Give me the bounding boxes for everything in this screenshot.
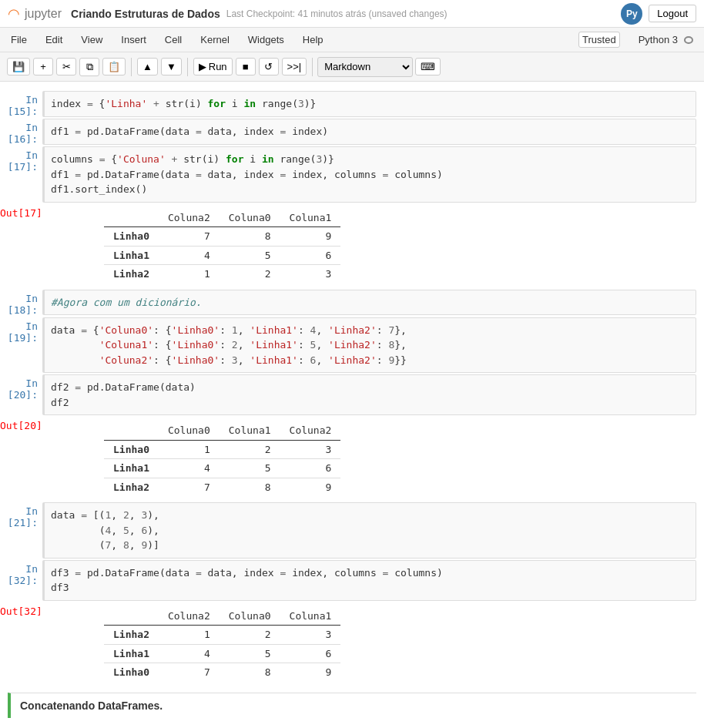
- table-header-coluna0: Coluna0: [220, 209, 280, 227]
- menubar: File Edit View Insert Cell Kernel Widget…: [0, 28, 704, 52]
- cell-code-in16[interactable]: df1 = pd.DataFrame(data = data, index = …: [42, 119, 696, 145]
- menu-file[interactable]: File: [8, 32, 30, 47]
- cell-code-in19[interactable]: data = {'Coluna0': {'Linha0': 1, 'Linha1…: [42, 317, 696, 374]
- cell-code-in21[interactable]: data = [(1, 2, 3), (4, 5, 6), (7, 8, 9)]: [42, 502, 696, 559]
- table-row: Linha0 1 2 3: [104, 440, 340, 459]
- toolbar-separator-1: [131, 58, 132, 76]
- cell-value: 1: [159, 440, 220, 459]
- table-header-coluna1: Coluna1: [280, 607, 341, 626]
- cell-value: 6: [280, 644, 341, 663]
- restart-run-button[interactable]: >>|: [282, 58, 307, 75]
- menu-help[interactable]: Help: [300, 32, 327, 47]
- cell-value: 8: [220, 478, 280, 496]
- cell-value: 8: [220, 227, 280, 247]
- topbar: ◠ jupyter Criando Estruturas de Dados La…: [0, 0, 704, 28]
- restart-button[interactable]: ↺: [259, 58, 279, 75]
- logout-button[interactable]: Logout: [649, 5, 696, 22]
- menu-view[interactable]: View: [78, 32, 106, 47]
- kernel-status-dot: [684, 36, 693, 44]
- jupyter-logo-icon: ◠: [8, 5, 20, 22]
- notebook: In [15]: index = {'Linha' + str(i) for i…: [0, 82, 704, 728]
- paste-button[interactable]: 📋: [102, 58, 126, 75]
- cell-label-out17: Out[17]:: [0, 204, 42, 219]
- cell-value: 1: [159, 626, 220, 645]
- cell-code-in20[interactable]: df2 = pd.DataFrame(data) df2: [42, 374, 696, 415]
- row-label: Linha2: [104, 265, 159, 283]
- cut-button[interactable]: ✂: [56, 58, 76, 75]
- table-header-coluna0: Coluna0: [159, 421, 220, 440]
- menu-edit[interactable]: Edit: [42, 32, 65, 47]
- trusted-badge: Trusted: [578, 32, 620, 48]
- table-row: Linha2 1 2 3: [104, 265, 340, 283]
- table-row: Linha1 4 5 6: [104, 644, 340, 663]
- cell-out20: Out[20]: Coluna0 Coluna1 Coluna2 Linha0 …: [0, 417, 704, 501]
- save-button[interactable]: 💾: [7, 58, 30, 75]
- section-divider: Concatenando DataFrames.: [8, 693, 696, 718]
- notebook-title[interactable]: Criando Estruturas de Dados: [71, 8, 220, 20]
- toolbar: 💾 + ✂ ⧉ 📋 ▲ ▼ ▶ Run ■ ↺ >>| Markdown Cod…: [0, 52, 704, 82]
- cell-value: 4: [159, 246, 220, 265]
- kernel-info: Python 3: [632, 31, 696, 49]
- cell-value: 7: [159, 227, 220, 247]
- table-header-coluna1: Coluna1: [280, 209, 341, 227]
- cell-in15: In [15]: index = {'Linha' + str(i) for i…: [0, 91, 704, 117]
- cell-code-in15[interactable]: index = {'Linha' + str(i) for i in range…: [42, 91, 696, 117]
- cell-value: 7: [159, 663, 220, 682]
- row-label: Linha1: [104, 644, 159, 663]
- cell-out32: Out[32]: Coluna2 Coluna0 Coluna1 Linha2 …: [0, 602, 704, 686]
- cell-value: 3: [280, 265, 341, 283]
- cell-code-in18[interactable]: #Agora com um dicionário.: [42, 290, 696, 316]
- cell-value: 1: [159, 265, 220, 283]
- cell-in32: In [32]: df3 = pd.DataFrame(data = data,…: [0, 560, 704, 601]
- table-header-empty: [104, 607, 159, 626]
- cell-label-in20: In [20]:: [0, 374, 42, 401]
- cell-value: 2: [220, 440, 280, 459]
- cell-label-in18: In [18]:: [0, 290, 42, 316]
- cell-value: 7: [159, 478, 220, 496]
- cell-label-in32: In [32]:: [0, 560, 42, 586]
- menu-cell[interactable]: Cell: [162, 32, 185, 47]
- move-down-button[interactable]: ▼: [161, 58, 182, 75]
- row-label: Linha0: [104, 663, 159, 682]
- table-row: Linha2 7 8 9: [104, 478, 340, 496]
- cell-value: 5: [220, 644, 280, 663]
- stop-button[interactable]: ■: [236, 58, 256, 75]
- cell-value: 3: [280, 626, 341, 645]
- cell-type-select[interactable]: Markdown Code Raw NBConvert: [317, 57, 413, 77]
- move-up-button[interactable]: ▲: [137, 58, 158, 75]
- cell-output-out32: Coluna2 Coluna0 Coluna1 Linha2 1 2 3 Lin…: [42, 602, 696, 686]
- kernel-name: Python 3: [635, 32, 681, 47]
- cell-in19: In [19]: data = {'Coluna0': {'Linha0': 1…: [0, 317, 704, 374]
- keyboard-shortcuts-button[interactable]: ⌨: [415, 58, 441, 75]
- copy-button[interactable]: ⧉: [79, 58, 99, 76]
- row-label: Linha0: [104, 440, 159, 459]
- add-cell-button[interactable]: +: [33, 58, 53, 75]
- cell-in17: In [17]: columns = {'Coluna' + str(i) fo…: [0, 146, 704, 203]
- row-label: Linha2: [104, 478, 159, 496]
- cell-code-in17[interactable]: columns = {'Coluna' + str(i) for i in ra…: [42, 146, 696, 203]
- table-row: Linha1 4 5 6: [104, 246, 340, 265]
- menu-insert[interactable]: Insert: [118, 32, 149, 47]
- cell-value: 5: [220, 459, 280, 478]
- cell-value: 9: [280, 663, 341, 682]
- checkpoint-text: Last Checkpoint: 41 minutos atrás (unsav…: [226, 8, 622, 19]
- cell-label-in17: In [17]:: [0, 146, 42, 173]
- cell-code-in32[interactable]: df3 = pd.DataFrame(data = data, index = …: [42, 560, 696, 601]
- menu-widgets[interactable]: Widgets: [245, 32, 287, 47]
- row-label: Linha1: [104, 246, 159, 265]
- table-header-coluna2: Coluna2: [159, 209, 220, 227]
- output-table-20: Coluna0 Coluna1 Coluna2 Linha0 1 2 3 Lin…: [104, 421, 340, 496]
- menu-kernel[interactable]: Kernel: [197, 32, 233, 47]
- cell-out17: Out[17]: Coluna2 Coluna0 Coluna1 Linha0 …: [0, 204, 704, 288]
- cell-value: 9: [280, 227, 341, 247]
- output-table-32: Coluna2 Coluna0 Coluna1 Linha2 1 2 3 Lin…: [104, 607, 340, 682]
- cell-value: 2: [220, 626, 280, 645]
- cell-value: 4: [159, 459, 220, 478]
- cell-in18: In [18]: #Agora com um dicionário.: [0, 290, 704, 316]
- cell-in16: In [16]: df1 = pd.DataFrame(data = data,…: [0, 119, 704, 145]
- run-button[interactable]: ▶ Run: [193, 58, 233, 75]
- table-header-coluna1: Coluna1: [220, 421, 280, 440]
- table-row: Linha2 1 2 3: [104, 626, 340, 645]
- table-row: Linha1 4 5 6: [104, 459, 340, 478]
- cell-label-in19: In [19]:: [0, 317, 42, 344]
